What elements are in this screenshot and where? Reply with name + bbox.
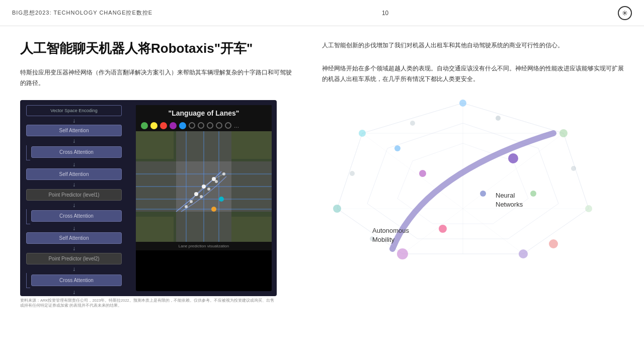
neural-network-diagram: Vector Space Encoding ↓ Self Attention ↓… bbox=[20, 100, 277, 296]
lane-svg bbox=[136, 131, 272, 242]
ark-logo: ✳ bbox=[618, 6, 632, 20]
arrow-2: ↓ bbox=[26, 137, 122, 144]
svg-point-50 bbox=[530, 191, 536, 197]
self-attention-2-block: Self Attention bbox=[26, 168, 122, 180]
arrow-4: ↓ bbox=[26, 181, 122, 188]
svg-point-39 bbox=[459, 100, 466, 107]
svg-point-47 bbox=[419, 170, 426, 177]
color-dots-row: ... bbox=[136, 120, 272, 131]
point-predictor-2-block: Point Predictor (level2) bbox=[26, 253, 122, 264]
svg-point-51 bbox=[439, 225, 447, 233]
svg-point-16 bbox=[200, 195, 203, 198]
lane-title: "Language of Lanes" bbox=[136, 105, 272, 120]
brand-text: BIG思想2023: TECHNOLOGY CHANGE控E数控E bbox=[12, 9, 152, 17]
dot-outline-2 bbox=[198, 122, 204, 129]
dot-outline-1 bbox=[189, 122, 195, 129]
arrow-8: ↓ bbox=[26, 265, 122, 273]
page-title: 人工智能聊天机器人将Robotaxis"开车" bbox=[20, 40, 297, 57]
svg-point-53 bbox=[496, 116, 501, 121]
right-text-2: 神经网络开始在多个领域超越人类的表现。自动交通应该没有什么不同。神经网络的性能改… bbox=[322, 63, 624, 85]
cross-attention-1-block: Cross Attention bbox=[31, 146, 122, 158]
svg-point-14 bbox=[207, 188, 210, 191]
svg-point-42 bbox=[519, 249, 528, 258]
aerial-image bbox=[136, 131, 272, 242]
nn-right-panel: "Language of Lanes" ... bbox=[136, 105, 272, 291]
diagram-bottom-label: Lane prediction visualization bbox=[136, 242, 272, 250]
right-text-1: 人工智能创新的步伐增加了我们对机器人出租车和其他自动驾驶系统的商业可行性的信心。 bbox=[322, 40, 624, 51]
svg-rect-29 bbox=[136, 217, 174, 242]
dot-yellow bbox=[150, 122, 157, 129]
arrow-9: ↓ bbox=[26, 289, 122, 296]
svg-point-45 bbox=[359, 130, 366, 137]
svg-point-54 bbox=[410, 121, 415, 126]
self-attention-3-block: Self Attention bbox=[26, 232, 122, 244]
autonomous-mobility-text: AutonomousMobility bbox=[372, 226, 409, 244]
self-attention-1-block: Self Attention bbox=[26, 125, 122, 136]
arrow-1: ↓ bbox=[26, 117, 122, 124]
svg-point-44 bbox=[333, 205, 341, 213]
cross-attention-3-block: Cross Attention bbox=[31, 275, 122, 286]
nn-left-panel: Vector Space Encoding ↓ Self Attention ↓… bbox=[26, 105, 122, 291]
svg-point-40 bbox=[559, 129, 568, 137]
svg-point-20 bbox=[219, 197, 224, 202]
vector-space-encoding-block: Vector Space Encoding bbox=[26, 105, 122, 116]
main-content: 人工智能聊天机器人将Robotaxis"开车" 特斯拉应用变压器神经网络（作为语… bbox=[0, 26, 644, 362]
dot-red bbox=[160, 122, 167, 129]
svg-point-21 bbox=[211, 207, 216, 212]
dots-ellipsis: ... bbox=[234, 122, 239, 129]
diagram-caption: 资料来源：ARK投资管理有限责任公司，2023年。特斯拉2022。预测本质上是有… bbox=[20, 298, 277, 309]
arrow-7: ↓ bbox=[26, 245, 122, 252]
autonomous-mobility-label: Autonomous bbox=[388, 262, 428, 264]
svg-point-48 bbox=[480, 191, 486, 197]
svg-point-49 bbox=[394, 145, 400, 151]
right-column: 人工智能创新的步伐增加了我们对机器人出租车和其他自动驾驶系统的商业可行性的信心。… bbox=[312, 26, 624, 362]
network-visualization: Neural Networks Autonomous Mobility Neur… bbox=[322, 93, 624, 254]
svg-point-15 bbox=[215, 180, 218, 183]
neural-networks-text: NeuralNetworks bbox=[496, 191, 523, 209]
svg-point-43 bbox=[397, 248, 408, 259]
logo-symbol: ✳ bbox=[622, 9, 628, 17]
dot-green bbox=[141, 122, 148, 129]
svg-point-41 bbox=[585, 205, 592, 212]
network-svg: Neural Networks Autonomous Mobility bbox=[322, 93, 604, 264]
page-number: 10 bbox=[382, 10, 388, 17]
left-column: 人工智能聊天机器人将Robotaxis"开车" 特斯拉应用变压器神经网络（作为语… bbox=[20, 26, 312, 362]
svg-rect-28 bbox=[231, 131, 272, 159]
header: BIG思想2023: TECHNOLOGY CHANGE控E数控E 10 ✳ bbox=[0, 0, 644, 26]
dot-purple bbox=[170, 122, 177, 129]
arrow-3: ↓ bbox=[26, 161, 122, 168]
arrow-6: ↓ bbox=[26, 225, 122, 232]
point-predictor-1-block: Point Predictor (level1) bbox=[26, 189, 122, 201]
svg-rect-30 bbox=[231, 217, 272, 242]
dot-outline-3 bbox=[207, 122, 213, 129]
svg-point-46 bbox=[508, 153, 518, 163]
svg-point-55 bbox=[571, 166, 576, 171]
dot-blue bbox=[179, 122, 186, 129]
left-description: 特斯拉应用变压器神经网络（作为语言翻译解决方案引入）来帮助其车辆理解复杂的十字路… bbox=[20, 67, 297, 89]
svg-point-52 bbox=[549, 239, 558, 248]
dot-outline-4 bbox=[216, 122, 222, 129]
cross-attention-2-block: Cross Attention bbox=[31, 210, 122, 222]
svg-point-56 bbox=[350, 171, 355, 176]
dot-outline-5 bbox=[225, 122, 231, 129]
svg-rect-27 bbox=[136, 131, 174, 159]
arrow-5: ↓ bbox=[26, 202, 122, 209]
